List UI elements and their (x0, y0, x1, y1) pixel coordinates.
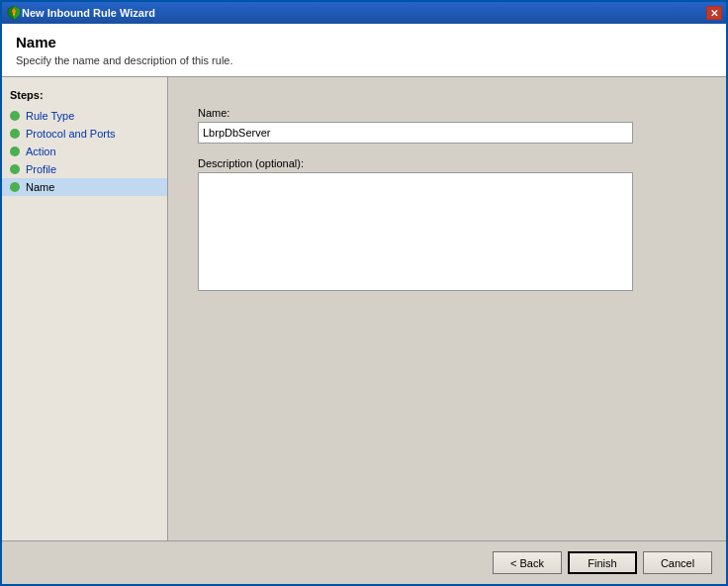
window-icon (6, 5, 22, 21)
close-button[interactable]: ✕ (706, 6, 722, 20)
cancel-button[interactable]: Cancel (643, 551, 712, 574)
description-label: Description (optional): (198, 157, 696, 169)
sidebar-header: Steps: (2, 85, 167, 107)
wizard-header: Name Specify the name and description of… (2, 24, 726, 77)
page-title: Name (16, 34, 712, 50)
main-panel: Name: Description (optional): (168, 77, 726, 540)
sidebar: Steps: Rule Type Protocol and Ports Acti… (2, 77, 168, 540)
sidebar-item-action[interactable]: Action (2, 143, 167, 160)
title-bar: New Inbound Rule Wizard ✕ (2, 2, 726, 24)
spacer (198, 308, 696, 521)
step-dot-rule-type (10, 111, 20, 121)
sidebar-item-label-profile: Profile (26, 163, 56, 175)
content-area: Steps: Rule Type Protocol and Ports Acti… (2, 77, 726, 540)
sidebar-item-label-name: Name (26, 181, 54, 193)
sidebar-item-label-protocol-ports: Protocol and Ports (26, 128, 116, 140)
step-dot-protocol-ports (10, 129, 20, 139)
window-title: New Inbound Rule Wizard (22, 7, 706, 19)
finish-button[interactable]: Finish (568, 551, 637, 574)
sidebar-item-profile[interactable]: Profile (2, 160, 167, 178)
description-textarea[interactable] (198, 172, 633, 291)
step-dot-name (10, 182, 20, 192)
name-label: Name: (198, 107, 696, 119)
name-input[interactable] (198, 122, 633, 144)
step-dot-action (10, 146, 20, 156)
description-form-group: Description (optional): (198, 157, 696, 294)
step-dot-profile (10, 164, 20, 174)
page-subtitle: Specify the name and description of this… (16, 54, 712, 66)
footer: < Back Finish Cancel (2, 540, 726, 584)
name-form-group: Name: (198, 107, 696, 144)
back-button[interactable]: < Back (493, 551, 562, 574)
wizard-window: New Inbound Rule Wizard ✕ Name Specify t… (0, 0, 728, 586)
sidebar-item-label-rule-type: Rule Type (26, 110, 74, 122)
sidebar-item-rule-type[interactable]: Rule Type (2, 107, 167, 125)
sidebar-item-name[interactable]: Name (2, 178, 167, 196)
sidebar-item-protocol-ports[interactable]: Protocol and Ports (2, 125, 167, 143)
sidebar-item-label-action: Action (26, 146, 56, 157)
